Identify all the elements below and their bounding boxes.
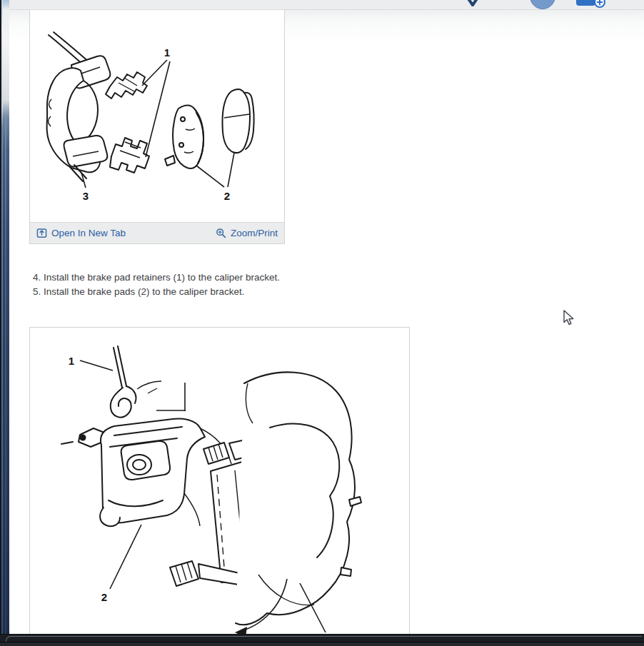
profile-avatar-icon[interactable] <box>530 0 555 9</box>
figure1-footer: Open In New Tab Zoom/Print <box>30 222 284 243</box>
fig1-label-bracket: 3 <box>83 190 89 202</box>
screen: 1 3 2 Open In New Tab <box>0 0 644 646</box>
browser-toolbar <box>9 0 644 10</box>
taskbar-sliver <box>0 642 644 646</box>
content-page: 1 3 2 Open In New Tab <box>9 9 644 646</box>
instruction-steps: 4. Install the brake pad retainers (1) t… <box>33 271 280 299</box>
desktop-edge <box>0 0 9 646</box>
figure2-diagram: 1 2 3 <box>30 328 408 646</box>
desktop-edge-highlight-line <box>1 0 3 646</box>
mouse-cursor <box>563 310 575 325</box>
open-in-new-tab-icon <box>36 228 47 238</box>
collections-add-icon[interactable] <box>575 0 610 9</box>
step-5: 5. Install the brake pads (2) to the cal… <box>33 285 280 299</box>
zoom-print-label: Zoom/Print <box>231 228 278 238</box>
back-chevron-icon[interactable] <box>464 0 481 7</box>
fig1-label-pads: 2 <box>224 190 230 202</box>
figure-brake-pads: 1 3 2 Open In New Tab <box>29 4 285 244</box>
desktop-edge-accent-line <box>5 114 6 646</box>
open-in-new-tab-link[interactable]: Open In New Tab <box>36 228 126 238</box>
figure-caliper-install: 1 2 3 <box>29 327 410 646</box>
fig1-label-retainers: 1 <box>164 46 170 59</box>
fig2-label-caliper: 2 <box>101 591 107 603</box>
step-4: 4. Install the brake pad retainers (1) t… <box>33 271 280 285</box>
open-in-new-tab-label: Open In New Tab <box>51 228 126 238</box>
zoom-magnifier-icon <box>216 228 226 238</box>
zoom-print-link[interactable]: Zoom/Print <box>216 228 278 238</box>
figure1-diagram: 1 3 2 <box>30 9 283 221</box>
fig2-label-pin: 1 <box>69 355 74 367</box>
